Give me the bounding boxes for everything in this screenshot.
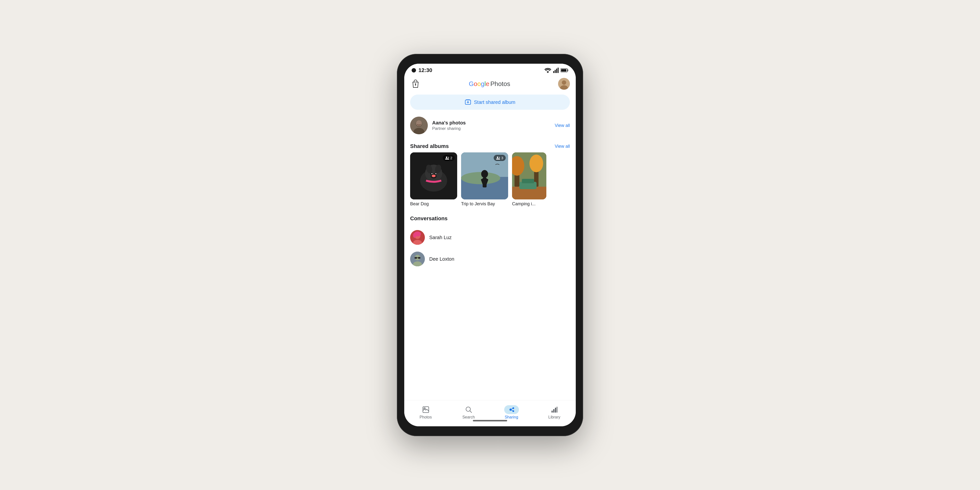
dee-avatar: [410, 251, 425, 266]
conversation-item-dee[interactable]: Dee Loxton: [404, 248, 576, 270]
status-icons: [544, 68, 568, 73]
svg-rect-3: [558, 68, 558, 73]
svg-point-9: [562, 80, 566, 85]
library-nav-icon: [551, 406, 558, 413]
svg-rect-64: [552, 410, 553, 412]
album-label-bear-dog: Bear Dog: [410, 201, 457, 207]
conversation-item-sarah[interactable]: Sarah Luz: [404, 227, 576, 248]
search-nav-icon-wrap: [461, 405, 476, 414]
svg-rect-12: [466, 99, 470, 100]
user-avatar[interactable]: [558, 78, 570, 90]
jervis-bay-badge-count: 3: [501, 156, 503, 160]
nav-item-photos[interactable]: Photos: [412, 403, 439, 422]
svg-point-60: [512, 407, 514, 409]
svg-point-7: [415, 84, 416, 85]
start-shared-album-button[interactable]: Start shared album: [410, 95, 570, 110]
svg-rect-53: [418, 257, 420, 259]
shared-albums-title: Shared albums: [410, 143, 449, 150]
conversations-title: Conversations: [410, 215, 448, 222]
search-nav-label: Search: [462, 415, 475, 420]
people-icon-2: [496, 156, 500, 160]
time-display: 12:30: [418, 67, 432, 73]
album-label-camping: Camping i...: [512, 201, 546, 207]
partner-name: Aana's photos: [432, 120, 550, 126]
svg-point-40: [530, 154, 543, 172]
svg-rect-1: [555, 70, 556, 73]
google-text: Google: [469, 80, 490, 88]
partner-avatar[interactable]: [410, 117, 428, 134]
svg-point-48: [413, 233, 416, 238]
album-badge-jervis-bay: 3: [494, 155, 506, 161]
bag-icon[interactable]: [410, 78, 421, 89]
svg-point-27: [432, 175, 436, 177]
shopping-bag-icon: [411, 79, 420, 88]
nav-item-search[interactable]: Search: [455, 403, 482, 422]
home-bar: [473, 420, 507, 422]
bear-dog-badge-count: 2: [450, 156, 452, 160]
phone-frame: 12:30: [397, 54, 583, 436]
albums-row: 2 Bear Dog: [404, 153, 576, 212]
partner-view-all-link[interactable]: View all: [555, 123, 570, 128]
camera-dot: [412, 68, 416, 73]
svg-line-62: [512, 409, 512, 409]
shared-albums-view-all-link[interactable]: View all: [555, 144, 570, 149]
sarah-avatar: [410, 230, 425, 245]
album-item-bear-dog[interactable]: 2 Bear Dog: [410, 153, 457, 207]
photos-nav-icon: [422, 406, 429, 413]
library-nav-label: Library: [548, 415, 560, 420]
nav-item-library[interactable]: Library: [541, 403, 568, 422]
search-nav-icon: [465, 406, 472, 413]
svg-rect-6: [561, 69, 566, 72]
wifi-icon: [544, 68, 551, 73]
bottom-navigation: Photos Search: [404, 400, 576, 426]
user-avatar-image: [558, 78, 570, 90]
svg-rect-67: [557, 407, 557, 412]
app-bar: Google Photos: [404, 75, 576, 92]
nav-item-sharing[interactable]: Sharing: [498, 403, 525, 422]
sharing-nav-icon: [508, 406, 515, 413]
album-thumbnail-bear-dog: 2: [410, 153, 457, 199]
photos-nav-label: Photos: [420, 415, 432, 420]
conversations-header: Conversations: [404, 212, 576, 225]
start-shared-album-label: Start shared album: [474, 99, 515, 105]
sarah-name: Sarah Luz: [429, 235, 452, 240]
album-item-jervis-bay[interactable]: 3 Trip to Jervis Bay: [461, 153, 508, 207]
partner-avatar-image: [410, 117, 428, 134]
svg-rect-43: [522, 179, 534, 183]
album-thumbnail-jervis-bay: 3: [461, 153, 508, 199]
svg-point-25: [435, 173, 436, 174]
svg-line-63: [512, 410, 512, 411]
scroll-content: Aana's photos Partner sharing View all S…: [404, 114, 576, 400]
album-label-jervis-bay: Trip to Jervis Bay: [461, 201, 508, 207]
svg-point-24: [431, 173, 433, 174]
camping-image: [512, 153, 546, 199]
battery-icon: [560, 68, 568, 73]
svg-point-59: [509, 409, 512, 411]
svg-point-31: [461, 172, 500, 184]
svg-point-61: [512, 410, 514, 412]
svg-line-58: [470, 411, 472, 412]
sarah-avatar-image: [410, 230, 425, 245]
phone-screen: 12:30: [404, 64, 576, 426]
svg-rect-66: [555, 408, 556, 412]
conversations-list: Sarah Luz: [404, 225, 576, 274]
album-item-camping[interactable]: Camping i...: [512, 153, 546, 207]
photos-nav-icon-wrap: [418, 405, 433, 414]
svg-rect-5: [568, 69, 568, 71]
album-badge-bear-dog: 2: [443, 155, 455, 161]
svg-rect-2: [556, 68, 557, 73]
album-thumbnail-camping: [512, 153, 546, 199]
svg-point-32: [481, 170, 488, 178]
sharing-nav-label: Sharing: [505, 415, 518, 420]
photos-text: Photos: [490, 80, 510, 88]
status-time: 12:30: [412, 67, 432, 73]
signal-icon: [553, 68, 558, 73]
partner-info: Aana's photos Partner sharing: [432, 120, 550, 131]
library-nav-icon-wrap: [547, 405, 562, 414]
dee-avatar-image: [410, 251, 425, 266]
status-bar: 12:30: [404, 64, 576, 75]
dee-name: Dee Loxton: [429, 256, 454, 262]
google-photos-logo: Google Photos: [469, 80, 510, 88]
svg-rect-52: [415, 257, 417, 259]
svg-rect-0: [553, 71, 554, 73]
